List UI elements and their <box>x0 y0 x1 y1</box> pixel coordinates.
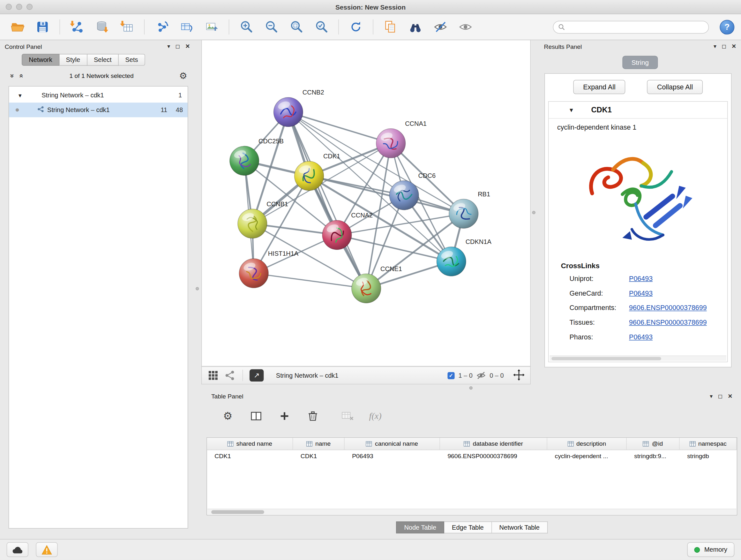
column-header-description[interactable]: description <box>547 438 627 449</box>
network-node-RB1[interactable] <box>449 199 478 228</box>
table-cell[interactable]: cyclin-dependent ... <box>547 450 627 462</box>
crosslink-link[interactable]: P06493 <box>629 274 653 282</box>
network-tree-collapse-icon[interactable]: « <box>18 74 26 78</box>
network-node-CCNA2[interactable] <box>322 220 352 250</box>
network-collection-row[interactable]: ▼ String Network – cdk1 1 <box>9 88 188 103</box>
panel-close-icon[interactable]: ✕ <box>731 44 736 49</box>
panel-collapse-icon[interactable]: ▾ <box>714 44 717 49</box>
expand-all-button[interactable]: Expand All <box>573 80 625 94</box>
scrollbar-thumb[interactable] <box>551 357 661 360</box>
crosslink-link[interactable]: 9606.ENSP00000378699 <box>629 304 707 312</box>
search-box[interactable] <box>553 20 709 33</box>
table-horizontal-scrollbar[interactable] <box>207 509 736 514</box>
right-splitter-handle[interactable] <box>532 211 535 214</box>
node-section-header[interactable]: ▼ CDK1 <box>549 102 727 118</box>
section-expander-icon[interactable]: ▼ <box>569 107 575 113</box>
collapse-all-button[interactable]: Collapse All <box>647 80 703 94</box>
zoom-out-button[interactable] <box>260 17 282 37</box>
show-all-button[interactable] <box>455 17 476 37</box>
results-horizontal-scrollbar[interactable] <box>549 356 726 361</box>
tree-expander-icon[interactable]: ▼ <box>17 92 23 98</box>
panel-float-icon[interactable]: ◻ <box>722 44 726 49</box>
help-button[interactable]: ? <box>720 19 734 34</box>
export-image-button[interactable] <box>201 17 222 37</box>
network-graph[interactable]: CCNB2CCNA1CDC25BCDK1CDC6RB1CCNB1CCNA2CDK… <box>202 40 530 367</box>
panel-close-icon[interactable]: ✕ <box>185 44 190 49</box>
save-session-button[interactable] <box>31 17 53 37</box>
tab-style[interactable]: Style <box>59 54 87 66</box>
tab-sets[interactable]: Sets <box>119 54 145 66</box>
edge-CCNA2-CDKN1A[interactable] <box>337 235 451 261</box>
hide-selected-button[interactable] <box>429 17 451 37</box>
panel-float-icon[interactable]: ◻ <box>175 44 180 49</box>
zoom-fit-button[interactable] <box>285 17 307 37</box>
birdseye-view-button[interactable]: ↗ <box>250 369 264 382</box>
pan-crosshair-icon[interactable] <box>513 369 525 382</box>
search-input[interactable] <box>569 23 704 30</box>
apply-layout-button[interactable] <box>345 17 367 37</box>
window-minimize-button[interactable] <box>16 4 22 10</box>
zoom-selected-button[interactable] <box>311 17 332 37</box>
table-row[interactable]: CDK1CDK1P064939606.ENSP00000378699cyclin… <box>207 450 737 462</box>
copy-button[interactable] <box>380 17 401 37</box>
column-header-database-identifier[interactable]: database identifier <box>440 438 547 449</box>
delete-column-trash-icon[interactable] <box>306 409 320 423</box>
network-row[interactable]: String Network – cdk1 11 48 <box>9 103 188 117</box>
network-overview-icon[interactable] <box>224 370 236 381</box>
grid-view-icon[interactable] <box>207 370 219 381</box>
tab-network[interactable]: Network <box>22 54 59 66</box>
warnings-button[interactable] <box>36 543 58 557</box>
show-columns-icon[interactable] <box>249 409 263 423</box>
edge-HIST1H1A-CCNE1[interactable] <box>254 273 366 288</box>
scrollbar-thumb[interactable] <box>211 510 264 514</box>
first-neighbors-button[interactable] <box>405 17 426 37</box>
table-cell[interactable]: CDK1 <box>293 450 344 462</box>
table-cell[interactable]: 9606.ENSP00000378699 <box>440 450 547 462</box>
horizontal-splitter-handle[interactable] <box>469 386 473 389</box>
edge-CDK1-RB1[interactable] <box>309 176 464 213</box>
panel-collapse-icon[interactable]: ▾ <box>710 393 713 399</box>
crosslink-link[interactable]: P06493 <box>629 333 653 341</box>
network-node-HIST1H1A[interactable] <box>239 259 268 288</box>
left-splitter-handle[interactable] <box>196 287 199 290</box>
selected-count-checkbox[interactable]: ✓ <box>448 372 455 379</box>
import-network-file-button[interactable] <box>66 17 88 37</box>
column-header-shared-name[interactable]: shared name <box>207 438 293 449</box>
cloud-status-button[interactable] <box>7 543 28 557</box>
table-settings-gear-icon[interactable]: ⚙ <box>221 409 235 423</box>
network-node-CCNE1[interactable] <box>352 273 381 303</box>
edge-CCNB2-CCNA1[interactable] <box>288 112 391 143</box>
crosslink-link[interactable]: 9606.ENSP00000378699 <box>629 319 707 326</box>
edge-CCNB2-CCNE1[interactable] <box>288 112 366 288</box>
function-builder-icon[interactable]: f(x) <box>369 411 382 422</box>
window-zoom-button[interactable] <box>26 4 32 10</box>
tab-node-table[interactable]: Node Table <box>396 521 444 533</box>
window-close-button[interactable] <box>6 4 12 10</box>
crosslink-link[interactable]: P06493 <box>629 289 653 297</box>
open-session-button[interactable] <box>7 17 28 37</box>
column-header--id[interactable]: @id <box>627 438 680 449</box>
hidden-count-eye-slash-icon[interactable] <box>476 371 486 380</box>
new-network-table-button[interactable] <box>176 17 198 37</box>
network-node-CDK1[interactable] <box>294 161 324 191</box>
network-node-CDC25B[interactable] <box>230 146 259 176</box>
table-cell[interactable]: CDK1 <box>207 450 293 462</box>
zoom-in-button[interactable] <box>235 17 257 37</box>
tab-select[interactable]: Select <box>87 54 119 66</box>
column-header-name[interactable]: name <box>293 438 344 449</box>
table-cell[interactable]: P06493 <box>345 450 440 462</box>
network-node-CDKN1A[interactable] <box>436 247 466 276</box>
network-options-gear-icon[interactable]: ⚙ <box>179 71 187 81</box>
network-view-canvas[interactable]: CCNB2CCNA1CDC25BCDK1CDC6RB1CCNB1CCNA2CDK… <box>202 40 530 367</box>
column-header-canonical-name[interactable]: canonical name <box>345 438 440 449</box>
import-network-database-button[interactable] <box>91 17 113 37</box>
memory-button[interactable]: Memory <box>687 543 735 557</box>
new-network-button[interactable] <box>151 17 172 37</box>
network-node-CCNA1[interactable] <box>376 129 406 158</box>
column-header-namespac[interactable]: namespac <box>680 438 737 449</box>
import-table-button[interactable] <box>116 17 138 37</box>
network-node-CCNB2[interactable] <box>273 98 303 127</box>
panel-close-icon[interactable]: ✕ <box>728 393 732 399</box>
network-node-CCNB1[interactable] <box>238 209 267 239</box>
table-cell[interactable]: stringdb <box>680 450 737 462</box>
